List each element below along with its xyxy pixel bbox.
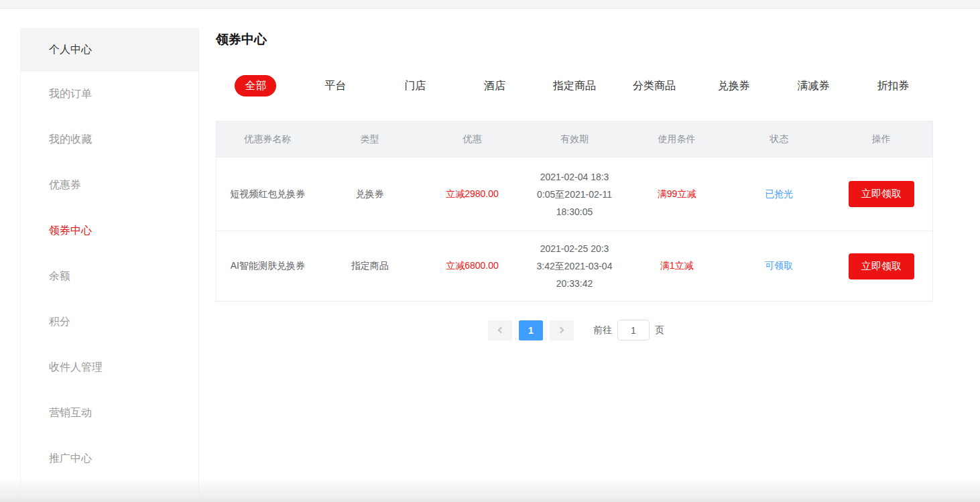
column-header-discount: 优惠	[421, 121, 524, 157]
column-header-status: 状态	[728, 121, 831, 157]
sidebar-item-my-orders[interactable]: 我的订单	[21, 71, 198, 117]
tab-hotel[interactable]: 酒店	[455, 79, 535, 93]
chevron-right-icon	[558, 327, 564, 334]
tab-store[interactable]: 门店	[375, 79, 455, 93]
sidebar: 个人中心 我的订单 我的收藏 优惠券 领券中心 余额 积分 收件人管理 营销互动…	[20, 28, 199, 499]
table-row: AI智能测肤兑换券 指定商品 立减6800.00 2021-02-25 20:3…	[217, 231, 932, 301]
coupon-name-cell: AI智能测肤兑换券	[217, 231, 319, 301]
sidebar-item-balance[interactable]: 余额	[21, 253, 198, 299]
tab-specified-goods[interactable]: 指定商品	[535, 79, 615, 93]
type-cell: 指定商品	[319, 231, 422, 301]
tab-full-reduction-coupon[interactable]: 满减券	[774, 79, 853, 93]
status-cell: 已抢光	[728, 158, 831, 231]
tab-bar: 全部 平台 门店 酒店 指定商品 分类商品 兑换券 满减券 折扣券	[216, 74, 933, 98]
validity-line: 0:05至2021-02-11	[537, 186, 612, 203]
page-jumper: 前往 页	[593, 320, 664, 340]
claim-button[interactable]: 立即领取	[849, 253, 914, 279]
tab-category-goods[interactable]: 分类商品	[614, 79, 694, 93]
pagination: 1 前往 页	[216, 320, 933, 340]
validity-line: 3:42至2021-03-04	[537, 257, 613, 275]
claim-button[interactable]: 立即领取	[849, 181, 914, 207]
validity-line: 20:33:42	[556, 275, 593, 292]
tab-all-pill[interactable]: 全部	[235, 75, 276, 97]
discount-cell: 立减2980.00	[421, 158, 524, 231]
column-header-condition: 使用条件	[625, 121, 728, 157]
discount-cell: 立减6800.00	[421, 231, 524, 301]
tab-exchange-coupon[interactable]: 兑换券	[694, 79, 774, 93]
condition-cell: 满1立减	[625, 231, 728, 301]
top-bar	[0, 0, 980, 9]
column-header-validity: 有效期	[524, 121, 626, 157]
validity-line: 2021-02-25 20:3	[540, 240, 609, 257]
sidebar-item-recipient-management[interactable]: 收件人管理	[21, 344, 198, 390]
sidebar-header-personal-center[interactable]: 个人中心	[21, 28, 198, 71]
column-header-name: 优惠券名称	[217, 121, 319, 157]
page-unit-label: 页	[655, 324, 664, 336]
coupon-table: 优惠券名称 类型 优惠 有效期 使用条件 状态 操作 短视频红包兑换券 兑换券 …	[216, 121, 933, 302]
validity-cell: 2021-02-04 18:3 0:05至2021-02-11 18:30:05	[524, 158, 626, 231]
coupon-name-cell: 短视频红包兑换券	[217, 158, 319, 231]
action-cell: 立即领取	[830, 158, 932, 231]
page-title: 领券中心	[216, 32, 933, 48]
column-header-type: 类型	[319, 121, 422, 157]
go-to-label: 前往	[593, 324, 612, 336]
footer-bar	[0, 499, 980, 502]
sidebar-item-marketing-interaction[interactable]: 营销互动	[21, 390, 198, 436]
page-jumper-input[interactable]	[617, 320, 650, 340]
validity-line: 2021-02-04 18:3	[540, 168, 609, 186]
prev-page-button[interactable]	[488, 320, 512, 340]
table-header-row: 优惠券名称 类型 优惠 有效期 使用条件 状态 操作	[217, 121, 932, 157]
table-row: 短视频红包兑换券 兑换券 立减2980.00 2021-02-04 18:3 0…	[217, 157, 932, 231]
tab-discount-coupon[interactable]: 折扣券	[853, 79, 933, 93]
tab-all[interactable]: 全部	[216, 75, 296, 97]
sidebar-item-coupons[interactable]: 优惠券	[21, 162, 198, 208]
main-content: 领券中心 全部 平台 门店 酒店 指定商品 分类商品 兑换券 满减券 折扣券 优…	[216, 27, 933, 340]
sidebar-item-promotion-center[interactable]: 推广中心	[21, 436, 198, 481]
condition-cell: 满99立减	[625, 158, 728, 231]
action-cell: 立即领取	[830, 231, 932, 301]
page-button-1[interactable]: 1	[519, 320, 543, 340]
sidebar-item-points[interactable]: 积分	[21, 299, 198, 344]
sidebar-item-coupon-center[interactable]: 领券中心	[21, 208, 198, 253]
chevron-left-icon	[498, 327, 505, 334]
sidebar-item-my-favorites[interactable]: 我的收藏	[21, 117, 198, 162]
next-page-button[interactable]	[550, 320, 574, 340]
validity-line: 18:30:05	[556, 203, 593, 221]
type-cell: 兑换券	[319, 158, 422, 231]
status-cell: 可领取	[728, 231, 831, 301]
validity-cell: 2021-02-25 20:3 3:42至2021-03-04 20:33:42	[524, 231, 626, 301]
column-header-action: 操作	[830, 121, 932, 157]
tab-platform[interactable]: 平台	[296, 79, 375, 93]
